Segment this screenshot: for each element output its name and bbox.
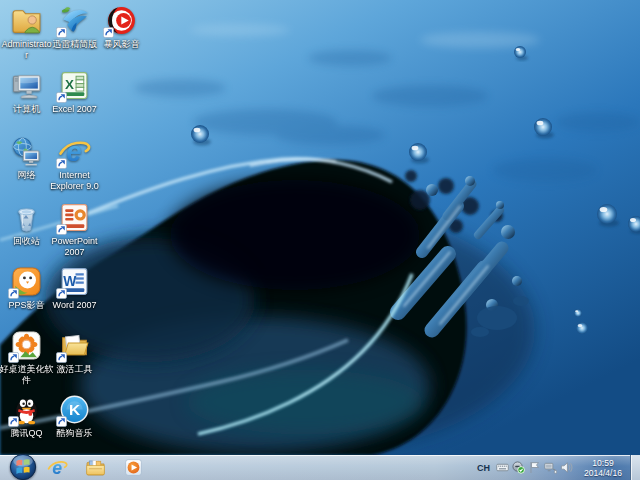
powerpoint-icon <box>58 201 91 234</box>
shortcut-arrow-icon <box>56 92 67 103</box>
user-folder-icon <box>10 4 43 37</box>
svg-text:e: e <box>52 458 62 478</box>
volume-icon[interactable] <box>560 461 573 474</box>
shortcut-arrow-icon <box>56 416 67 427</box>
thunder-bird-icon <box>58 4 91 37</box>
action-center-flag-icon[interactable] <box>528 461 541 474</box>
shortcut-arrow-icon <box>8 352 19 363</box>
desktop-item-label: 酷狗音乐 <box>46 428 104 439</box>
taskbar-clock[interactable]: 10:59 2014/4/16 <box>579 458 627 478</box>
clock-time: 10:59 <box>579 458 627 468</box>
taskbar-pinned-ie[interactable]: e <box>41 455 73 480</box>
desktop-item-open-folder[interactable]: 激活工具 <box>51 329 98 375</box>
desktop-item-thunder-bird[interactable]: 迅雷精简版 <box>51 4 98 50</box>
shortcut-arrow-icon <box>103 27 114 38</box>
desktop-item-pps[interactable]: PPS影音 <box>3 265 50 311</box>
taskbar-pinned-wmp[interactable] <box>117 455 149 480</box>
recycle-bin-icon <box>10 201 43 234</box>
desktop-item-label: Word 2007 <box>46 300 104 311</box>
baofeng-icon <box>105 4 138 37</box>
desktop-item-qq-penguin[interactable]: 腾讯QQ <box>3 393 50 439</box>
desktop-item-recycle-bin[interactable]: 回收站 <box>3 201 50 247</box>
desktop-item-computer[interactable]: 计算机 <box>3 69 50 115</box>
shortcut-arrow-icon <box>56 27 67 38</box>
desktop-item-label: PowerPoint 2007 <box>46 236 104 257</box>
system-tray: CH 10:59 2014/4/16 <box>477 455 640 480</box>
haozhuodao-flower-icon <box>10 329 43 362</box>
desktop-item-haozhuodao-flower[interactable]: 好桌道美化软 件 <box>3 329 50 385</box>
network-icon <box>10 135 43 168</box>
desktop-item-kugou[interactable]: K酷狗音乐 <box>51 393 98 439</box>
word-icon: W <box>58 265 91 298</box>
screen: Administrato r计算机网络回收站PPS影音好桌道美化软 件腾讯QQ迅… <box>0 0 640 480</box>
network-tray-icon[interactable] <box>544 461 557 474</box>
security-check-icon[interactable] <box>512 461 525 474</box>
desktop-item-powerpoint[interactable]: PowerPoint 2007 <box>51 201 98 257</box>
desktop-item-baofeng[interactable]: 暴风影音 <box>98 4 145 50</box>
ie-icon: e <box>58 135 91 168</box>
desktop-item-label: 激活工具 <box>46 364 104 375</box>
show-desktop-button[interactable] <box>630 455 640 480</box>
desktop-item-label: Internet Explorer 9.0 <box>46 170 104 191</box>
open-folder-icon <box>58 329 91 362</box>
clock-date: 2014/4/16 <box>579 468 627 478</box>
shortcut-arrow-icon <box>56 352 67 363</box>
taskbar: e CH 10:59 2014/4/16 <box>0 455 640 480</box>
desktop-item-user-folder[interactable]: Administrato r <box>3 4 50 60</box>
qq-penguin-icon <box>10 393 43 426</box>
shortcut-arrow-icon <box>56 224 67 235</box>
desktop-item-excel[interactable]: XExcel 2007 <box>51 69 98 115</box>
desktop-item-label: Excel 2007 <box>46 104 104 115</box>
excel-icon: X <box>58 69 91 102</box>
pps-icon <box>10 265 43 298</box>
taskbar-pinned-explorer[interactable] <box>79 455 111 480</box>
shortcut-arrow-icon <box>8 416 19 427</box>
svg-text:K: K <box>69 401 81 418</box>
desktop-item-label: 暴风影音 <box>93 39 151 50</box>
language-indicator[interactable]: CH <box>477 463 490 473</box>
svg-text:W: W <box>63 273 77 289</box>
svg-text:X: X <box>65 77 74 92</box>
desktop-item-ie[interactable]: eInternet Explorer 9.0 <box>51 135 98 191</box>
desktop-item-network[interactable]: 网络 <box>3 135 50 181</box>
kugou-icon: K <box>58 393 91 426</box>
start-button[interactable] <box>8 452 38 480</box>
shortcut-arrow-icon <box>56 288 67 299</box>
shortcut-arrow-icon <box>8 288 19 299</box>
computer-icon <box>10 69 43 102</box>
desktop-item-word[interactable]: WWord 2007 <box>51 265 98 311</box>
svg-text:e: e <box>66 136 81 167</box>
keyboard-icon[interactable] <box>496 461 509 474</box>
shortcut-arrow-icon <box>56 158 67 169</box>
